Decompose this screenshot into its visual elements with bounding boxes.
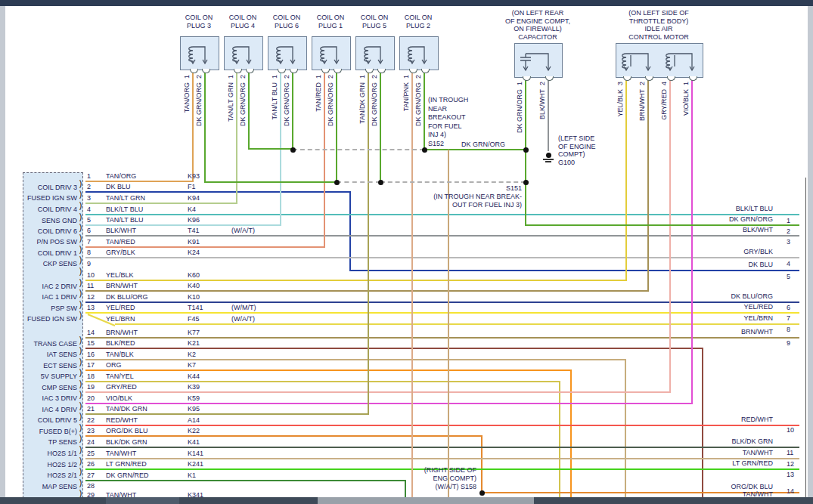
circuit-code: K77 [188, 329, 200, 336]
wiring-diagram-window: )1TAN/ORGK93COIL DRIV 3)2DK BLUF1FUSED I… [0, 0, 813, 504]
wire-color-label: TAN/WHT [106, 450, 136, 457]
pin-bracket: ) [78, 202, 83, 211]
circuit-code: K22 [188, 427, 200, 434]
wire-dk-blu [349, 192, 351, 271]
pin-wire-label: DK GRN/ORG 2 [371, 75, 379, 126]
transmission-note: (W/M/T) [231, 304, 256, 311]
circuit-code: K93 [188, 172, 200, 180]
pin-connector-cup [246, 69, 254, 73]
wire-blk-red [85, 348, 703, 349]
wire-dk-grn-org [380, 69, 381, 182]
pin-function-label: COIL DRIV 5 [23, 416, 77, 424]
wire-color-label: RED/WHT [106, 416, 138, 424]
pin-number: 5 [87, 216, 91, 224]
circuit-code: K21 [188, 339, 200, 347]
pin-bracket: ) [78, 190, 83, 199]
transmission-note: (W/A/T) [231, 227, 255, 234]
pin-function-label: FUSED IGN SW [23, 315, 77, 323]
pin-bracket: ) [78, 256, 83, 265]
splice-dashed-wire [380, 181, 526, 183]
wire-color-label: TAN/YEL [106, 373, 134, 380]
coil-plug-title: PLUG 1 [318, 22, 343, 30]
page-border-line [805, 178, 806, 497]
pin-bracket: ) [78, 336, 83, 345]
splice-dashed-wire [293, 149, 424, 150]
wire-tan-lt-blu [85, 224, 281, 226]
pin-function-label: IAC 2 DRIV [23, 283, 77, 290]
pin-bracket: ) [78, 424, 83, 433]
taskbar-segment[interactable] [106, 497, 179, 504]
wire-color-label: YEL/BLK [106, 271, 134, 279]
exit-number: 11 [787, 449, 793, 456]
exit-wire-label: YEL/BRN [675, 314, 773, 322]
taskbar[interactable] [0, 497, 813, 504]
pin-wire-label: TAN/LT GRN 1 [227, 75, 235, 122]
note-s151: OUT FOR FUEL INJ 3) [355, 201, 522, 209]
wire-tan-red [324, 69, 325, 248]
pin-bracket: ) [78, 289, 83, 298]
pin-number: 22 [87, 416, 95, 424]
pin-function-label: PSP SW [23, 305, 77, 312]
window-title-bar [0, 0, 813, 6]
exit-wire-label: BRN/WHT [675, 328, 773, 335]
coil-symbol [355, 36, 393, 69]
pin-number: 25 [87, 450, 95, 457]
exit-wire-label: BLK/DK GRN [675, 438, 773, 445]
exit-number: 2 [787, 227, 790, 235]
exit-wire-label: DK GRN/ORG [675, 215, 773, 223]
splice-dot [523, 180, 529, 185]
pin-function-label: IAC 3 DRIV [23, 394, 77, 402]
exit-number: 9 [787, 339, 790, 347]
pin-bracket: ) [78, 234, 83, 243]
wire-org-dk-blu [85, 435, 483, 437]
pin-connector-cup [278, 69, 286, 73]
pin-wire-label: GRY/RED 4 [660, 82, 669, 120]
wire-tan-yel [85, 381, 560, 382]
pin-function-label: FUSED IGN SW [23, 194, 77, 202]
wire-blk-wht [548, 76, 549, 151]
wire-tan-red [85, 246, 325, 248]
circuit-code: K41 [188, 438, 200, 446]
wire-tan-lt-grn [85, 203, 237, 204]
exit-number: 4 [787, 260, 790, 267]
note-dk-grn-org-run: DK GRN/ORG [461, 141, 505, 149]
note-s151: (IN TROUGH NEAR BREAK- [355, 193, 522, 201]
pin-number: 6 [87, 227, 91, 234]
pin-bracket: ) [78, 434, 83, 444]
pin-connector-cup [190, 69, 198, 73]
pin-number: 14 [87, 329, 95, 336]
pin-number: 21 [87, 405, 95, 413]
pin-number: 20 [87, 394, 95, 402]
window-right-edge [808, 6, 813, 504]
pin-wire-label: TAN/ORG 1 [183, 75, 191, 113]
splice-dashed-wire [337, 181, 380, 183]
wire-dk-grn-org [249, 148, 293, 150]
pin-wire-label: VIO/BLK 1 [682, 82, 690, 116]
pin-bracket: ) [78, 391, 83, 400]
wire-org-dk-blu [481, 436, 483, 493]
pin-function-label: IAC 4 DRIV [23, 406, 77, 413]
taskbar-segment[interactable] [318, 497, 534, 504]
note-s152: BREAKOUT [428, 113, 466, 122]
wire-gry-red [85, 391, 671, 393]
pin-number: 11 [87, 282, 94, 289]
pin-connector-cup [334, 69, 342, 73]
exit-number: 7 [787, 314, 790, 322]
note-s152: INJ 4) [428, 131, 446, 139]
pin-number: 28 [87, 482, 95, 490]
pin-number: 12 [87, 293, 95, 301]
wire-color-label: TAN/RED [106, 238, 135, 246]
pin-number: 7 [87, 238, 91, 246]
pin-bracket: ) [78, 267, 83, 277]
wire-blk-dk-grn [85, 447, 799, 448]
pin-bracket: ) [78, 457, 83, 466]
pin-number: 17 [87, 361, 95, 369]
circuit-code: K44 [188, 373, 200, 380]
wire-org [570, 370, 572, 497]
pin-number: 19 [87, 383, 95, 391]
note-s158: (W/A/T) S158 [310, 483, 476, 491]
wire-dk-grn-org [336, 69, 337, 182]
wire-color-label: YEL/BRN [106, 315, 135, 323]
pin-bracket: ) [78, 402, 83, 411]
pin-connector-cup [523, 76, 531, 81]
